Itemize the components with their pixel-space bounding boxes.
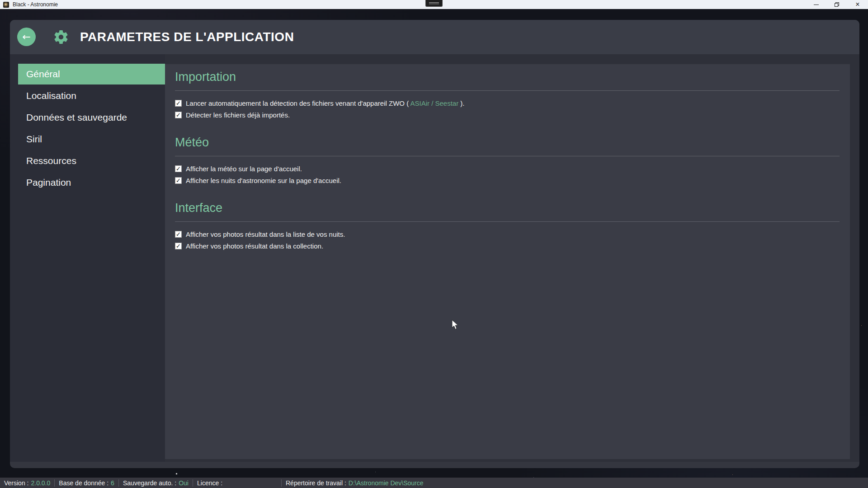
minimize-button[interactable] <box>806 0 826 9</box>
option-label: Afficher les nuits d'astronomie sur la p… <box>186 177 341 184</box>
checkbox-zwo-autodetect[interactable]: ✓ <box>175 100 182 107</box>
option-row: ✓ Afficher vos photos résultat dans la l… <box>175 230 840 238</box>
section-title: Interface <box>175 201 840 215</box>
restore-icon <box>835 2 839 7</box>
option-row: ✓ Détecter les fichiers déjà importés. <box>175 111 840 119</box>
status-workdir-label: Répertoire de travail : <box>286 479 346 487</box>
status-bar: Version : 2.0.0.0 Base de donnée : 6 Sau… <box>0 478 868 488</box>
window-controls: × <box>806 0 868 9</box>
status-database: Base de donnée : 6 <box>54 479 118 487</box>
status-licence-label: Licence : <box>197 479 222 487</box>
status-licence: Licence : <box>193 479 281 487</box>
option-label: Afficher vos photos résultat dans la col… <box>186 242 323 250</box>
option-label: Lancer automatiquement la détection des … <box>186 99 465 107</box>
option-row: ✓ Afficher vos photos résultat dans la c… <box>175 242 840 250</box>
status-workdir: Répertoire de travail : D:\Astronomie De… <box>281 479 428 487</box>
section-divider <box>175 156 840 156</box>
section-divider <box>175 221 840 222</box>
section-importation: Importation ✓ Lancer automatiquement la … <box>175 70 840 119</box>
section-meteo: Météo ✓ Afficher la météo sur la page d'… <box>175 135 840 184</box>
option-text: Afficher vos photos résultat dans la lis… <box>186 230 345 238</box>
option-label: Détecter les fichiers déjà importés. <box>186 111 290 119</box>
sidebar-item-donnees-et-sauvegarde[interactable]: Données et sauvegarde <box>10 107 165 128</box>
section-title: Importation <box>175 70 840 84</box>
checkbox-photos-in-collection[interactable]: ✓ <box>175 243 182 249</box>
section-title: Météo <box>175 135 840 150</box>
option-text: Afficher la météo sur la page d'accueil. <box>186 165 302 173</box>
option-text: Afficher les nuits d'astronomie sur la p… <box>186 177 341 184</box>
sidebar-item-siril[interactable]: Siril <box>10 129 165 150</box>
stars <box>0 9 0 9</box>
app-icon <box>3 2 9 8</box>
close-button[interactable]: × <box>847 0 868 9</box>
status-version: Version : 2.0.0.0 <box>0 479 54 487</box>
status-autosave-label: Sauvegarde auto. : <box>123 479 176 487</box>
status-version-label: Version : <box>4 479 28 487</box>
status-database-value: 6 <box>111 479 114 487</box>
asiair-seestar-link[interactable]: ASIAir / Seestar <box>410 99 458 107</box>
checkbox-show-astro-nights[interactable]: ✓ <box>175 177 182 184</box>
option-row: ✓ Afficher les nuits d'astronomie sur la… <box>175 177 840 184</box>
status-autosave: Sauvegarde auto. : Oui <box>118 479 193 487</box>
drag-handle-icon[interactable] <box>425 0 443 7</box>
sidebar: Général Localisation Données et sauvegar… <box>10 54 165 462</box>
sidebar-item-pagination[interactable]: Pagination <box>10 172 165 193</box>
panel-header: ← PARAMETRES DE L'APPLICATION <box>10 20 859 54</box>
window-title: Black - Astronomie <box>13 1 58 8</box>
settings-content: Importation ✓ Lancer automatiquement la … <box>165 64 850 459</box>
panel-body: Général Localisation Données et sauvegar… <box>10 54 859 462</box>
sidebar-item-general[interactable]: Général <box>18 64 165 84</box>
restore-button[interactable] <box>826 0 847 9</box>
checkbox-show-weather[interactable]: ✓ <box>175 165 182 172</box>
option-label: Afficher vos photos résultat dans la lis… <box>186 230 345 238</box>
status-database-label: Base de donnée : <box>59 479 108 487</box>
checkbox-detect-imported[interactable]: ✓ <box>175 112 182 118</box>
sidebar-item-localisation[interactable]: Localisation <box>10 85 165 106</box>
section-divider <box>175 90 840 91</box>
status-autosave-value: Oui <box>179 479 189 487</box>
status-version-value: 2.0.0.0 <box>31 479 50 487</box>
back-button[interactable]: ← <box>17 28 36 46</box>
checkbox-photos-in-nights-list[interactable]: ✓ <box>175 231 182 238</box>
gear-icon <box>53 29 69 45</box>
option-text: Détecter les fichiers déjà importés. <box>186 111 290 119</box>
settings-panel: ← PARAMETRES DE L'APPLICATION Général Lo… <box>10 20 859 468</box>
window-titlebar[interactable]: Black - Astronomie × <box>0 0 868 9</box>
option-text: Lancer automatiquement la détection des … <box>186 99 410 107</box>
option-text: Afficher vos photos résultat dans la col… <box>186 242 323 250</box>
status-workdir-value: D:\Astronomie Dev\Source <box>349 479 424 487</box>
page-title: PARAMETRES DE L'APPLICATION <box>80 30 294 44</box>
option-row: ✓ Afficher la météo sur la page d'accuei… <box>175 165 840 173</box>
minimize-icon <box>814 5 819 5</box>
option-row: ✓ Lancer automatiquement la détection de… <box>175 99 840 107</box>
option-label: Afficher la météo sur la page d'accueil. <box>186 165 302 173</box>
section-interface: Interface ✓ Afficher vos photos résultat… <box>175 201 840 250</box>
sidebar-item-ressources[interactable]: Ressources <box>10 150 165 171</box>
option-text: ). <box>458 99 464 107</box>
